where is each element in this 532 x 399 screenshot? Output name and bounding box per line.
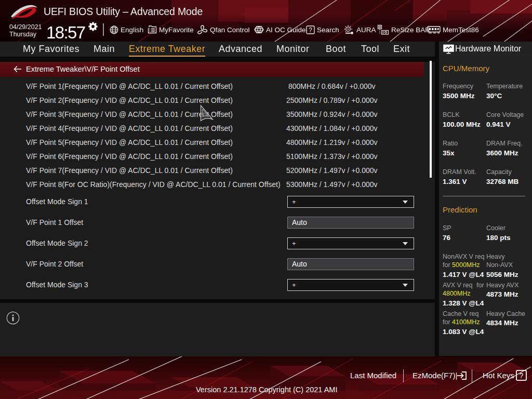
svg-text:?: ? bbox=[309, 26, 312, 33]
